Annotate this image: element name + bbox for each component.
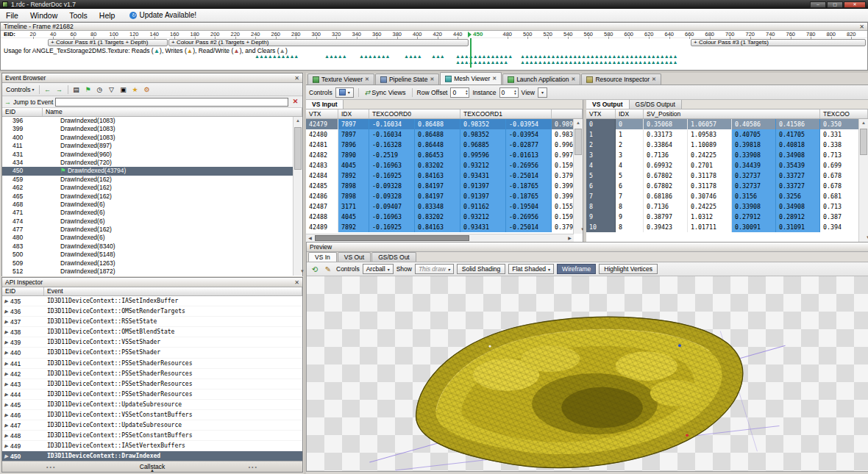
event-row[interactable]: 411 DrawIndexed(897) <box>2 142 302 150</box>
colour-pass-1-bar[interactable]: + Colour Pass #1 (1 Targets + Depth) <box>48 39 168 46</box>
timer-icon[interactable]: ◷ <box>95 85 105 95</box>
vs-output-row[interactable]: 3 3 0.7136 0.24225 0.33908 0.34908 0.713 <box>586 150 868 160</box>
expand-icon[interactable]: ▶ <box>4 389 8 400</box>
back-icon[interactable]: ← <box>43 85 53 95</box>
scroll-up-icon[interactable]: ▲ <box>574 119 583 127</box>
vs-output-row[interactable]: 5 5 0.67802 0.31178 0.32737 0.33727 0.67… <box>586 170 868 181</box>
scrollbar-thumb[interactable] <box>860 129 867 155</box>
vs-output-vscrollbar[interactable]: ▲ ▼ <box>858 119 868 242</box>
save-icon[interactable]: ▣ <box>118 85 129 95</box>
event-row[interactable]: 450 DrawIndexed(43794) <box>2 167 302 175</box>
event-browser-scrollbar[interactable]: ▲ ▼ <box>293 117 302 276</box>
vs-input-row[interactable]: 42482 7890 -0.2519 0.86453 0.99596 -0.01… <box>306 150 583 160</box>
api-call-row[interactable]: ▶ 445 ID3D11DeviceContext::UpdateSubreso… <box>2 400 302 410</box>
vs-output-row[interactable]: 8 8 0.7136 0.24225 0.33908 0.34908 0.713 <box>586 201 868 212</box>
event-row[interactable]: 431 DrawIndexed(960) <box>2 151 302 159</box>
scroll-up-icon[interactable]: ▲ <box>859 119 868 127</box>
camera-mode-dropdown[interactable]: Arcball ▾ <box>363 264 394 274</box>
vs-input-row[interactable]: 42481 7896 -0.16328 0.86448 0.96885 -0.0… <box>306 140 583 150</box>
event-row[interactable]: 500 DrawIndexed(5148) <box>2 251 302 259</box>
row-offset-stepper[interactable]: 0 ▴▾ <box>450 87 469 98</box>
export-icon[interactable]: ▤ <box>71 85 82 95</box>
solid-shading-button[interactable]: Solid Shading <box>457 264 505 274</box>
event-row[interactable]: 459 DrawIndexed(162) <box>2 176 302 184</box>
colour-pass-3-bar[interactable]: + Colour Pass #3 (1 Targets) <box>691 39 866 46</box>
menu-window[interactable]: Window <box>24 10 63 21</box>
tab-resource-inspector[interactable]: Resource Inspector ✕ <box>581 73 661 85</box>
clear-icon[interactable]: ✕ <box>291 97 300 107</box>
vs-output-row[interactable]: 10 8 0.39423 1.01711 0.30091 0.31091 0.3… <box>586 222 868 232</box>
minimize-button[interactable]: – <box>810 1 826 8</box>
vs-input-row[interactable]: 42489 7892 -0.16925 0.84163 0.93431 -0.2… <box>306 222 583 232</box>
event-row[interactable]: 477 DrawIndexed(162) <box>2 226 302 234</box>
timeline-close-icon[interactable]: ✕ <box>859 24 864 30</box>
event-row[interactable]: 400 DrawIndexed(1083) <box>2 134 302 142</box>
api-call-row[interactable]: ▶ 447 ID3D11DeviceContext::UpdateSubreso… <box>2 420 302 431</box>
api-call-row[interactable]: ▶ 442 ID3D11DeviceContext::PSSetShaderRe… <box>2 369 302 379</box>
expand-icon[interactable]: ▶ <box>4 306 8 317</box>
vs-input-row[interactable]: 42480 7897 -0.16034 0.86488 0.98352 -0.0… <box>306 129 583 140</box>
expand-icon[interactable]: ▶ <box>4 348 8 358</box>
vs-input-row[interactable]: 42487 3171 -0.09407 0.83348 0.91162 -0.1… <box>306 201 583 212</box>
api-call-row[interactable]: ▶ 441 ID3D11DeviceContext::PSSetShaderRe… <box>2 359 302 369</box>
event-row[interactable]: 509 DrawIndexed(1263) <box>2 259 302 267</box>
gsds-output-tab[interactable]: GS/DS Output <box>630 100 682 109</box>
controls-dropdown[interactable]: ▾ <box>335 87 354 98</box>
event-row[interactable]: 512 DrawIndexed(1872) <box>2 267 302 276</box>
event-row[interactable]: 471 DrawIndexed(6) <box>2 209 302 217</box>
api-call-row[interactable]: ▶ 439 ID3D11DeviceContext::VSSetShader <box>2 337 302 348</box>
tab-launch-application[interactable]: Launch Application ✕ <box>502 73 580 85</box>
forward-icon[interactable]: → <box>54 85 65 95</box>
event-row[interactable]: 480 DrawIndexed(6) <box>2 234 302 242</box>
event-row[interactable]: 468 DrawIndexed(6) <box>2 201 302 209</box>
view-dropdown[interactable]: ▾ <box>538 87 547 98</box>
vs-output-row[interactable]: 2 2 0.33864 1.10089 0.39818 0.40818 0.33… <box>586 140 868 150</box>
show-dropdown[interactable]: This draw ▾ <box>415 264 454 274</box>
scrollbar-thumb[interactable] <box>315 235 469 241</box>
expand-icon[interactable]: ▶ <box>4 400 8 410</box>
scroll-down-icon[interactable]: ▼ <box>864 234 868 242</box>
vs-input-row[interactable]: 42485 7898 -0.09328 0.84197 0.91397 -0.1… <box>306 181 583 191</box>
event-row[interactable]: 434 DrawIndexed(720) <box>2 159 302 167</box>
close-icon[interactable]: ✕ <box>430 76 434 82</box>
scroll-up-icon[interactable]: ▲ <box>294 117 302 125</box>
edit-icon[interactable]: ✎ <box>323 264 333 274</box>
vs-output-row[interactable]: 1 1 0.33173 1.09583 0.40705 0.41705 0.33… <box>586 129 868 140</box>
close-icon[interactable]: ✕ <box>492 76 497 82</box>
event-row[interactable]: 396 DrawIndexed(1083) <box>2 117 302 125</box>
usage-markers-row-1[interactable]: ▲▲▲▲▲▲▲▲▲▲▲▲▲▲▲▲▲▲▲▲▲▲▲▲▲▲▲▲▲▲▲▲▲▲▲▲▲▲▲▲… <box>1 54 867 60</box>
expand-icon[interactable]: ▶ <box>4 369 8 379</box>
vs-input-vscrollbar[interactable]: ▲ ▼ <box>573 119 583 234</box>
highlight-vertices-toggle[interactable]: Highlight Vertices <box>599 264 658 274</box>
event-row[interactable]: 483 DrawIndexed(8340) <box>2 243 302 251</box>
expand-icon[interactable]: ▶ <box>4 327 8 337</box>
vs-input-row[interactable]: 42488 4045 -0.16963 0.83202 0.93212 -0.2… <box>306 212 583 222</box>
event-row[interactable]: 474 DrawIndexed(6) <box>2 218 302 226</box>
close-icon[interactable]: ✕ <box>572 76 576 82</box>
api-call-row[interactable]: ▶ 435 ID3D11DeviceContext::IASetIndexBuf… <box>2 296 302 306</box>
vs-input-row[interactable]: 42479 7897 -0.16034 0.86488 0.98352 -0.0… <box>306 119 583 129</box>
api-call-row[interactable]: ▶ 443 ID3D11DeviceContext::PSSetShaderRe… <box>2 379 302 389</box>
tab-vs-out[interactable]: VS Out <box>338 252 371 262</box>
event-row[interactable]: 462 DrawIndexed(162) <box>2 184 302 192</box>
usage-markers-row-2[interactable]: ▲▲▲▲▲▲▲▲▲▲▲▲▲▲▲▲▲▲▲▲▲▲▲▲▲▲▲▲▲▲▲▲▲▲▲▲▲▲▲▲… <box>1 60 867 66</box>
menu-file[interactable]: File <box>0 10 24 21</box>
filter-icon[interactable]: ▽ <box>107 85 117 95</box>
expand-icon[interactable]: ▶ <box>4 296 8 306</box>
vs-input-row[interactable]: 42484 7892 -0.16925 0.84163 0.93431 -0.2… <box>306 170 583 181</box>
instance-stepper[interactable]: 0 ▴▾ <box>499 87 519 98</box>
tab-texture-viewer[interactable]: Texture Viewer ✕ <box>307 73 374 85</box>
tab-mesh-viewer[interactable]: Mesh Viewer ✕ <box>440 72 502 85</box>
vs-input-row[interactable]: 42486 7898 -0.09328 0.84197 0.91397 -0.1… <box>306 191 583 201</box>
close-icon[interactable]: ✕ <box>652 76 656 82</box>
tab-gsds-out[interactable]: GS/DS Out <box>371 252 416 262</box>
timeline-ruler[interactable]: EID: 20406080100120140160180200220240260… <box>1 31 867 38</box>
wireframe-toggle[interactable]: Wireframe <box>557 264 596 274</box>
jump-to-event-input[interactable] <box>55 98 288 107</box>
vs-input-hscrollbar[interactable]: ◀ ▶ <box>306 234 574 242</box>
callstack-bar[interactable]: ••• Callstack ••• ▲ <box>2 461 302 472</box>
update-available-button[interactable]: ↻ Update Available! <box>125 10 201 20</box>
tab-pipeline-state[interactable]: Pipeline State ✕ <box>375 73 439 85</box>
mesh-3d-viewport[interactable] <box>307 276 868 471</box>
api-call-row[interactable]: ▶ 438 ID3D11DeviceContext::OMSetBlendSta… <box>2 327 302 337</box>
